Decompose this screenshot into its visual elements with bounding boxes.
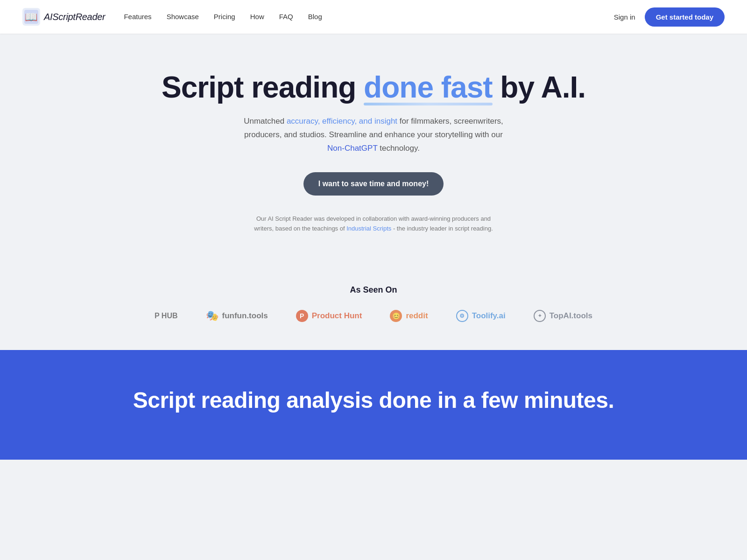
bottom-banner-heading: Script reading analysis done in a few mi… xyxy=(11,387,736,413)
nav-actions: Sign in Get started today xyxy=(614,7,725,27)
collab-text: Our AI Script Reader was developed in co… xyxy=(252,214,495,234)
hero-subtitle: Unmatched accuracy, efficiency, and insi… xyxy=(243,115,504,155)
get-started-button[interactable]: Get started today xyxy=(645,7,725,27)
nav-blog[interactable]: Blog xyxy=(308,13,322,21)
logo-text: AIScriptReader xyxy=(44,12,105,22)
as-seen-on-heading: As Seen On xyxy=(11,285,736,295)
logo-producthunt: P Product Hunt xyxy=(296,310,362,322)
funfun-icon: 🎭 xyxy=(206,310,218,322)
bottom-banner: Script reading analysis done in a few mi… xyxy=(0,350,747,460)
logo-topai: ✦ TopAI.tools xyxy=(534,310,592,322)
logo-reddit: 😊 reddit xyxy=(390,310,428,322)
topai-icon: ✦ xyxy=(534,310,546,322)
navbar: 📖 AIScriptReader Features Showcase Prici… xyxy=(0,0,747,34)
headline-suffix: by A.I. xyxy=(493,70,585,104)
nav-faq[interactable]: FAQ xyxy=(279,13,293,21)
logo-phub: P HUB xyxy=(155,312,178,320)
logo-link[interactable]: 📖 AIScriptReader xyxy=(22,8,105,26)
nav-links: Features Showcase Pricing How FAQ Blog xyxy=(124,13,613,21)
toolify-icon: ⚙ xyxy=(456,310,468,322)
funfun-label: funfun.tools xyxy=(222,311,268,321)
topai-label: TopAI.tools xyxy=(550,311,592,321)
non-chatgpt-link[interactable]: Non-ChatGPT xyxy=(327,144,377,153)
nav-how[interactable]: How xyxy=(250,13,264,21)
logo-toolify: ⚙ Toolify.ai xyxy=(456,310,506,322)
producthunt-label: Product Hunt xyxy=(312,311,362,321)
logos-row: P HUB 🎭 funfun.tools P Product Hunt 😊 re… xyxy=(11,310,736,322)
nav-pricing[interactable]: Pricing xyxy=(214,13,235,21)
logo-funfun: 🎭 funfun.tools xyxy=(206,310,268,322)
cta-button[interactable]: I want to save time and money! xyxy=(303,172,444,196)
reddit-label: reddit xyxy=(406,311,428,321)
accuracy-link[interactable]: accuracy, efficiency, and insight xyxy=(287,117,397,126)
hero-headline: Script reading done fast by A.I. xyxy=(11,71,736,104)
headline-highlight: done fast xyxy=(364,71,492,104)
producthunt-icon: P xyxy=(296,310,308,322)
svg-text:📖: 📖 xyxy=(25,11,38,23)
sign-in-link[interactable]: Sign in xyxy=(614,13,635,21)
reddit-icon: 😊 xyxy=(390,310,402,322)
nav-features[interactable]: Features xyxy=(124,13,151,21)
industrial-scripts-link[interactable]: Industrial Scripts xyxy=(346,225,391,232)
logo-icon: 📖 xyxy=(22,8,40,26)
headline-prefix: Script reading xyxy=(162,70,364,104)
as-seen-on-section: As Seen On P HUB 🎭 funfun.tools P Produc… xyxy=(0,262,747,350)
hero-section: Script reading done fast by A.I. Unmatch… xyxy=(0,34,747,262)
nav-showcase[interactable]: Showcase xyxy=(167,13,199,21)
toolify-label: Toolify.ai xyxy=(472,311,506,321)
